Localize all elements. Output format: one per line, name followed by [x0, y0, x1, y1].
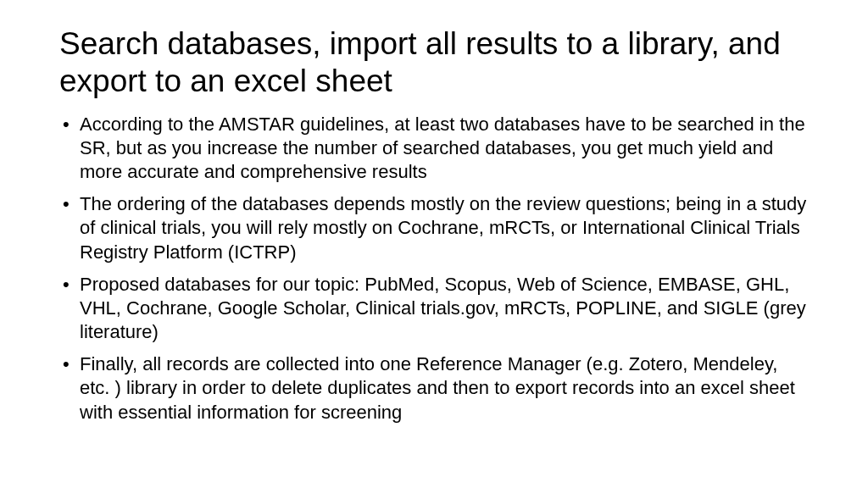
bullet-item: According to the AMSTAR guidelines, at l… — [59, 113, 809, 184]
slide-title: Search databases, import all results to … — [59, 25, 809, 101]
bullet-item: Proposed databases for our topic: PubMed… — [59, 273, 809, 344]
bullet-item: Finally, all records are collected into … — [59, 352, 809, 424]
bullet-item: The ordering of the databases depends mo… — [59, 192, 809, 263]
bullet-list: According to the AMSTAR guidelines, at l… — [59, 113, 809, 424]
